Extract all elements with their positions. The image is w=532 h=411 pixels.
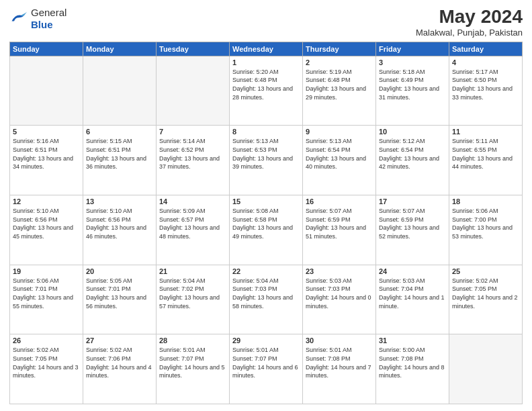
day-info: Sunrise: 5:01 AM Sunset: 7:08 PM Dayligh… (306, 346, 373, 379)
day-info: Sunrise: 5:19 AM Sunset: 6:48 PM Dayligh… (306, 68, 373, 101)
calendar-cell: 4Sunrise: 5:17 AM Sunset: 6:50 PM Daylig… (449, 56, 523, 126)
calendar-cell: 20Sunrise: 5:05 AM Sunset: 7:01 PM Dayli… (83, 265, 157, 334)
calendar-cell: 16Sunrise: 5:07 AM Sunset: 6:59 PM Dayli… (303, 195, 376, 265)
day-number: 20 (86, 267, 153, 275)
day-info: Sunrise: 5:02 AM Sunset: 7:05 PM Dayligh… (452, 277, 519, 310)
month-year: May 2024 (416, 7, 523, 28)
day-number: 31 (379, 336, 446, 345)
col-friday: Friday (376, 42, 449, 56)
calendar-table: Sunday Monday Tuesday Wednesday Thursday… (9, 42, 523, 404)
calendar-cell: 1Sunrise: 5:20 AM Sunset: 6:48 PM Daylig… (230, 56, 303, 126)
day-info: Sunrise: 5:04 AM Sunset: 7:03 PM Dayligh… (232, 277, 300, 310)
col-saturday: Saturday (449, 42, 523, 56)
day-info: Sunrise: 5:03 AM Sunset: 7:03 PM Dayligh… (306, 277, 373, 310)
calendar-cell: 31Sunrise: 5:00 AM Sunset: 7:08 PM Dayli… (376, 334, 449, 404)
day-number: 3 (379, 58, 446, 66)
day-info: Sunrise: 5:08 AM Sunset: 6:58 PM Dayligh… (232, 207, 300, 240)
day-info: Sunrise: 5:13 AM Sunset: 6:54 PM Dayligh… (306, 137, 373, 171)
day-info: Sunrise: 5:10 AM Sunset: 6:56 PM Dayligh… (86, 207, 153, 240)
day-info: Sunrise: 5:17 AM Sunset: 6:50 PM Dayligh… (452, 68, 519, 101)
col-monday: Monday (83, 42, 157, 56)
logo-bird-icon (9, 9, 28, 28)
day-number: 15 (232, 197, 300, 205)
day-info: Sunrise: 5:18 AM Sunset: 6:49 PM Dayligh… (379, 68, 446, 101)
col-thursday: Thursday (303, 42, 376, 56)
day-info: Sunrise: 5:03 AM Sunset: 7:04 PM Dayligh… (379, 277, 446, 310)
day-number: 21 (159, 267, 226, 275)
logo-general: General (31, 7, 66, 19)
day-number: 19 (13, 267, 80, 275)
calendar-cell: 27Sunrise: 5:02 AM Sunset: 7:06 PM Dayli… (83, 334, 157, 404)
calendar-cell: 19Sunrise: 5:06 AM Sunset: 7:01 PM Dayli… (10, 265, 83, 334)
calendar-cell: 9Sunrise: 5:13 AM Sunset: 6:54 PM Daylig… (303, 126, 376, 195)
calendar-cell: 18Sunrise: 5:06 AM Sunset: 7:00 PM Dayli… (449, 195, 523, 265)
header: General Blue May 2024 Malakwal, Punjab, … (9, 7, 523, 38)
calendar-header: Sunday Monday Tuesday Wednesday Thursday… (10, 42, 523, 56)
calendar-cell (83, 56, 157, 126)
day-info: Sunrise: 5:04 AM Sunset: 7:02 PM Dayligh… (159, 277, 226, 310)
calendar-body: 1Sunrise: 5:20 AM Sunset: 6:48 PM Daylig… (10, 56, 523, 404)
day-info: Sunrise: 5:01 AM Sunset: 7:07 PM Dayligh… (159, 346, 226, 379)
calendar-cell: 26Sunrise: 5:02 AM Sunset: 7:05 PM Dayli… (10, 334, 83, 404)
calendar-cell: 25Sunrise: 5:02 AM Sunset: 7:05 PM Dayli… (449, 265, 523, 334)
calendar-cell: 15Sunrise: 5:08 AM Sunset: 6:58 PM Dayli… (230, 195, 303, 265)
day-number: 12 (13, 197, 80, 205)
day-number: 5 (13, 128, 80, 136)
calendar-cell: 30Sunrise: 5:01 AM Sunset: 7:08 PM Dayli… (303, 334, 376, 404)
day-number: 25 (452, 267, 519, 275)
day-info: Sunrise: 5:00 AM Sunset: 7:08 PM Dayligh… (379, 346, 446, 379)
day-info: Sunrise: 5:01 AM Sunset: 7:07 PM Dayligh… (232, 346, 300, 379)
logo-blue: Blue (31, 19, 66, 31)
calendar-cell (10, 56, 83, 126)
day-info: Sunrise: 5:20 AM Sunset: 6:48 PM Dayligh… (232, 68, 300, 101)
calendar-cell: 10Sunrise: 5:12 AM Sunset: 6:54 PM Dayli… (376, 126, 449, 195)
calendar-cell: 14Sunrise: 5:09 AM Sunset: 6:57 PM Dayli… (157, 195, 230, 265)
day-number: 27 (86, 336, 153, 345)
day-info: Sunrise: 5:13 AM Sunset: 6:53 PM Dayligh… (232, 137, 300, 171)
day-number: 7 (159, 128, 226, 136)
calendar-cell: 12Sunrise: 5:10 AM Sunset: 6:56 PM Dayli… (10, 195, 83, 265)
calendar-cell: 5Sunrise: 5:16 AM Sunset: 6:51 PM Daylig… (10, 126, 83, 195)
day-info: Sunrise: 5:10 AM Sunset: 6:56 PM Dayligh… (13, 207, 80, 240)
day-info: Sunrise: 5:07 AM Sunset: 6:59 PM Dayligh… (379, 207, 446, 240)
calendar-cell: 2Sunrise: 5:19 AM Sunset: 6:48 PM Daylig… (303, 56, 376, 126)
title-block: May 2024 Malakwal, Punjab, Pakistan (416, 7, 523, 38)
calendar-cell: 24Sunrise: 5:03 AM Sunset: 7:04 PM Dayli… (376, 265, 449, 334)
col-tuesday: Tuesday (157, 42, 230, 56)
location: Malakwal, Punjab, Pakistan (416, 28, 523, 38)
day-number: 8 (232, 128, 300, 136)
calendar-cell: 28Sunrise: 5:01 AM Sunset: 7:07 PM Dayli… (157, 334, 230, 404)
calendar-cell: 21Sunrise: 5:04 AM Sunset: 7:02 PM Dayli… (157, 265, 230, 334)
calendar-cell: 23Sunrise: 5:03 AM Sunset: 7:03 PM Dayli… (303, 265, 376, 334)
day-number: 30 (306, 336, 373, 345)
col-sunday: Sunday (10, 42, 83, 56)
day-number: 2 (306, 58, 373, 66)
logo-text: General Blue (31, 7, 66, 31)
day-info: Sunrise: 5:06 AM Sunset: 7:00 PM Dayligh… (452, 207, 519, 240)
day-info: Sunrise: 5:12 AM Sunset: 6:54 PM Dayligh… (379, 137, 446, 171)
day-number: 4 (452, 58, 519, 66)
day-number: 14 (159, 197, 226, 205)
day-info: Sunrise: 5:11 AM Sunset: 6:55 PM Dayligh… (452, 137, 519, 171)
day-number: 28 (159, 336, 226, 345)
calendar-cell: 22Sunrise: 5:04 AM Sunset: 7:03 PM Dayli… (230, 265, 303, 334)
page-container: General Blue May 2024 Malakwal, Punjab, … (0, 0, 532, 411)
day-info: Sunrise: 5:14 AM Sunset: 6:52 PM Dayligh… (159, 137, 226, 171)
day-number: 24 (379, 267, 446, 275)
day-number: 22 (232, 267, 300, 275)
calendar-week-3: 12Sunrise: 5:10 AM Sunset: 6:56 PM Dayli… (10, 195, 523, 265)
day-info: Sunrise: 5:07 AM Sunset: 6:59 PM Dayligh… (306, 207, 373, 240)
day-info: Sunrise: 5:06 AM Sunset: 7:01 PM Dayligh… (13, 277, 80, 310)
col-wednesday: Wednesday (230, 42, 303, 56)
header-row: Sunday Monday Tuesday Wednesday Thursday… (10, 42, 523, 56)
day-number: 10 (379, 128, 446, 136)
day-number: 26 (13, 336, 80, 345)
calendar-week-1: 1Sunrise: 5:20 AM Sunset: 6:48 PM Daylig… (10, 56, 523, 126)
day-number: 23 (306, 267, 373, 275)
day-number: 6 (86, 128, 153, 136)
logo: General Blue (9, 7, 66, 31)
day-info: Sunrise: 5:02 AM Sunset: 7:05 PM Dayligh… (13, 346, 80, 379)
day-info: Sunrise: 5:15 AM Sunset: 6:51 PM Dayligh… (86, 137, 153, 171)
calendar-cell (157, 56, 230, 126)
day-number: 16 (306, 197, 373, 205)
